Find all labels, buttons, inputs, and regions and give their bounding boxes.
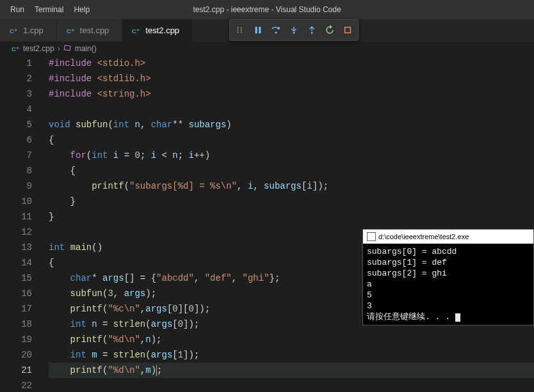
svg-point-8 — [241, 31, 242, 33]
code-line[interactable]: for(int i = 0; i < n; i++) — [49, 148, 534, 163]
line-number: 8 — [0, 163, 32, 178]
code-line[interactable] — [49, 102, 534, 117]
breadcrumb-symbol[interactable]: main() — [75, 44, 97, 53]
cpp-file-icon: C⁺ — [12, 44, 20, 53]
svg-point-7 — [241, 29, 242, 31]
tab-label: 1.cpp — [23, 26, 44, 35]
cpp-file-icon: C⁺ — [66, 26, 76, 36]
code-line[interactable]: { — [49, 132, 534, 148]
line-number: 16 — [0, 286, 32, 301]
svg-point-13 — [311, 32, 313, 34]
code-line[interactable]: void subfun(int n, char** subargs) — [49, 117, 534, 132]
line-number: 14 — [0, 255, 32, 270]
svg-rect-16 — [64, 45, 70, 50]
line-number: 1 — [0, 56, 32, 71]
line-number: 17 — [0, 301, 32, 317]
svg-point-3 — [237, 27, 238, 28]
svg-point-12 — [293, 32, 295, 34]
svg-point-6 — [241, 27, 242, 28]
breadcrumbs[interactable]: C⁺ test2.cpp › main() — [0, 42, 534, 56]
code-line[interactable]: printf("subargs[%d] = %s\n", i, subargs[… — [49, 178, 534, 194]
tab-test2cpp[interactable]: C⁺ test2.cpp — [122, 19, 193, 42]
step-into-button[interactable] — [285, 21, 303, 39]
menu-help[interactable]: Help — [69, 3, 95, 17]
code-area[interactable]: #include <stdio.h>#include <stdlib.h>#in… — [49, 56, 534, 392]
code-line[interactable]: } — [49, 209, 534, 224]
line-number: 5 — [0, 117, 32, 132]
external-terminal-window[interactable]: d:\code\ieeextreme\test2.exe subargs[0] … — [362, 229, 534, 325]
tab-label: test.cpp — [80, 26, 109, 35]
code-line[interactable]: { — [49, 163, 534, 178]
step-out-button[interactable] — [303, 21, 321, 39]
cpp-file-icon: C⁺ — [9, 26, 19, 36]
svg-text:C⁺: C⁺ — [10, 27, 17, 34]
code-line[interactable]: printf("%d\n",n); — [49, 332, 534, 347]
drag-handle-icon[interactable] — [231, 21, 249, 39]
line-number: 18 — [0, 317, 32, 332]
svg-point-5 — [237, 31, 238, 33]
restart-button[interactable] — [321, 21, 339, 39]
line-number: 13 — [0, 240, 32, 255]
line-number: 19 — [0, 332, 32, 347]
line-number: 10 — [0, 194, 32, 209]
breadcrumb-file[interactable]: test2.cpp — [23, 44, 54, 53]
code-line[interactable]: } — [49, 194, 534, 209]
svg-rect-10 — [259, 27, 261, 34]
method-icon — [63, 43, 72, 54]
code-line[interactable]: #include <stdio.h> — [49, 56, 534, 71]
code-line[interactable] — [49, 378, 534, 392]
svg-rect-9 — [255, 27, 257, 34]
terminal-titlebar[interactable]: d:\code\ieeextreme\test2.exe — [363, 230, 533, 244]
code-line[interactable]: printf("%d\n",m); — [49, 363, 534, 378]
svg-rect-14 — [345, 27, 351, 33]
line-number: 4 — [0, 102, 32, 117]
line-number: 6 — [0, 132, 32, 148]
line-number: 9 — [0, 178, 32, 194]
svg-text:C⁺: C⁺ — [67, 27, 74, 34]
chevron-right-icon: › — [58, 44, 60, 53]
line-number: 21 — [0, 363, 32, 378]
tab-1cpp[interactable]: C⁺ 1.cpp — [0, 19, 57, 42]
svg-point-11 — [275, 31, 277, 33]
svg-text:C⁺: C⁺ — [132, 27, 140, 34]
line-number: 11 — [0, 209, 32, 224]
tab-testcpp[interactable]: C⁺ test.cpp — [57, 19, 123, 42]
debug-toolbar[interactable] — [229, 19, 359, 41]
terminal-title: d:\code\ieeextreme\test2.exe — [378, 233, 469, 240]
line-number: 12 — [0, 224, 32, 240]
line-number: 2 — [0, 71, 32, 86]
code-line[interactable]: int m = strlen(args[1]); — [49, 347, 534, 363]
terminal-app-icon — [367, 232, 376, 241]
line-number-gutter: 12345678910111213141516171819202122 — [0, 56, 49, 392]
line-number: 15 — [0, 270, 32, 286]
svg-point-4 — [237, 29, 238, 31]
cpp-file-icon: C⁺ — [131, 26, 142, 36]
pause-button[interactable] — [249, 21, 267, 39]
line-number: 3 — [0, 86, 32, 102]
stop-button[interactable] — [339, 21, 357, 39]
line-number: 7 — [0, 148, 32, 163]
tab-label: test2.cpp — [145, 26, 179, 35]
code-editor[interactable]: 12345678910111213141516171819202122 #inc… — [0, 56, 534, 392]
step-over-button[interactable] — [267, 21, 285, 39]
menu-terminal[interactable]: Terminal — [29, 3, 69, 17]
code-line[interactable]: #include <stdlib.h> — [49, 71, 534, 86]
terminal-cursor — [455, 313, 460, 322]
terminal-output: subargs[0] = abcdd subargs[1] = def suba… — [363, 244, 533, 325]
line-number: 22 — [0, 378, 32, 392]
line-number: 20 — [0, 347, 32, 363]
menu-run[interactable]: Run — [5, 3, 29, 17]
code-line[interactable]: #include <string.h> — [49, 86, 534, 102]
svg-text:C⁺: C⁺ — [12, 45, 19, 52]
window-title: test2.cpp - ieeextreme - Visual Studio C… — [193, 5, 341, 14]
menubar: Run Terminal Help test2.cpp - ieeextreme… — [0, 0, 534, 19]
